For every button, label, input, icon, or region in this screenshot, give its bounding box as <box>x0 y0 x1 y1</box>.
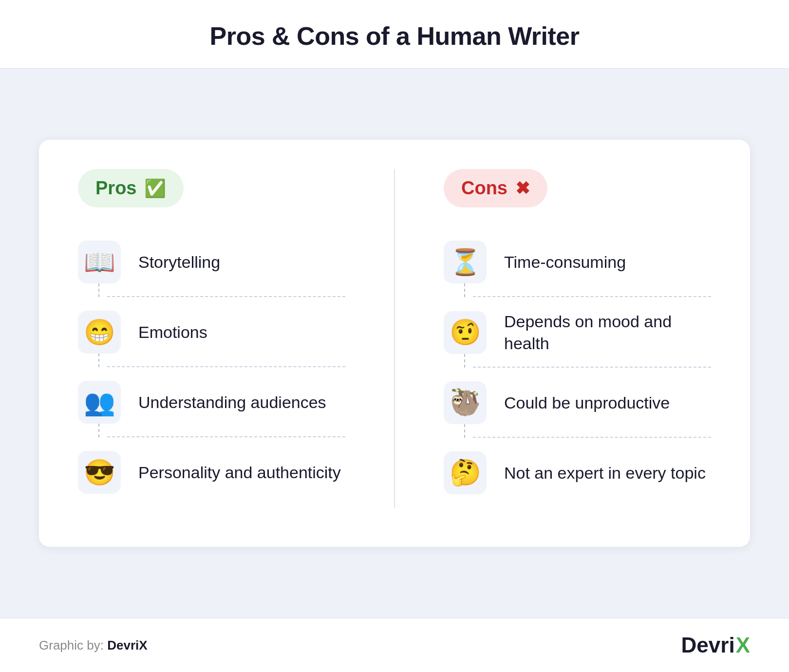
pros-list: 📖 Storytelling 😁 Emotions <box>78 222 345 507</box>
cons-emoji-icon-3: 🦥 <box>450 388 481 417</box>
columns-container: Pros ✅ 📖 Storytelling 😁 <box>78 169 711 507</box>
pros-emoji-3: 👥 <box>78 381 121 424</box>
graphic-by: Graphic by: DevriX <box>39 638 148 653</box>
pros-header: Pros ✅ <box>78 169 184 207</box>
pros-emoji-icon-2: 😁 <box>84 317 115 347</box>
cons-text-3: Could be unproductive <box>504 392 670 413</box>
pros-emoji-2: 😁 <box>78 311 121 354</box>
pros-column: Pros ✅ 📖 Storytelling 😁 <box>78 169 345 507</box>
cons-header: Cons ✖ <box>444 169 547 207</box>
footer-section: Graphic by: DevriX DevriX <box>0 618 789 672</box>
pros-emoji-icon-3: 👥 <box>84 388 115 417</box>
cons-item-2: 🤨 Depends on mood and health <box>444 297 711 367</box>
devrix-logo: DevriX <box>681 633 750 657</box>
cons-emoji-icon-4: 🤔 <box>450 458 481 487</box>
pros-item-4: 😎 Personality and authenticity <box>78 437 345 507</box>
cons-column: Cons ✖ ⏳ Time-consuming 🤨 <box>444 169 711 507</box>
cons-icon: ✖ <box>515 178 530 199</box>
cons-item-1: ⏳ Time-consuming <box>444 227 711 297</box>
pros-text-1: Storytelling <box>138 251 220 273</box>
page-title: Pros & Cons of a Human Writer <box>0 21 789 51</box>
cons-emoji-4: 🤔 <box>444 451 487 494</box>
cons-emoji-icon-1: ⏳ <box>450 247 481 277</box>
pros-emoji-1: 📖 <box>78 241 121 283</box>
pros-item-1: 📖 Storytelling <box>78 227 345 297</box>
cons-item-3: 🦥 Could be unproductive <box>444 368 711 438</box>
cons-emoji-1: ⏳ <box>444 241 487 283</box>
vertical-divider <box>394 169 395 507</box>
pros-text-2: Emotions <box>138 321 207 343</box>
cons-emoji-icon-2: 🤨 <box>450 317 481 347</box>
page-wrapper: Pros & Cons of a Human Writer Pros ✅ 📖 <box>0 0 789 672</box>
pros-icon: ✅ <box>144 178 166 199</box>
cons-list: ⏳ Time-consuming 🤨 Depends on mood and h… <box>444 222 711 507</box>
pros-text-4: Personality and authenticity <box>138 462 341 483</box>
cons-text-4: Not an expert in every topic <box>504 462 706 484</box>
pros-emoji-4: 😎 <box>78 451 121 494</box>
cons-emoji-3: 🦥 <box>444 381 487 424</box>
cons-emoji-2: 🤨 <box>444 311 487 354</box>
pros-item-2: 😁 Emotions <box>78 297 345 367</box>
content-area: Pros ✅ 📖 Storytelling 😁 <box>0 69 789 618</box>
logo-suffix: X <box>736 633 750 657</box>
pros-emoji-icon-4: 😎 <box>84 458 115 487</box>
cons-item-4: 🤔 Not an expert in every topic <box>444 438 711 508</box>
cons-label: Cons <box>461 178 507 199</box>
logo-prefix: Devri <box>681 633 735 657</box>
pros-item-3: 👥 Understanding audiences <box>78 367 345 437</box>
pros-text-3: Understanding audiences <box>138 392 326 413</box>
pros-label: Pros <box>95 178 136 199</box>
cons-text-2: Depends on mood and health <box>504 311 711 354</box>
title-section: Pros & Cons of a Human Writer <box>0 0 789 69</box>
main-card: Pros ✅ 📖 Storytelling 😁 <box>39 140 750 546</box>
pros-emoji-icon-1: 📖 <box>84 247 115 277</box>
graphic-by-label: Graphic by: <box>39 638 104 653</box>
cons-text-1: Time-consuming <box>504 251 626 273</box>
brand-name: DevriX <box>107 638 147 653</box>
